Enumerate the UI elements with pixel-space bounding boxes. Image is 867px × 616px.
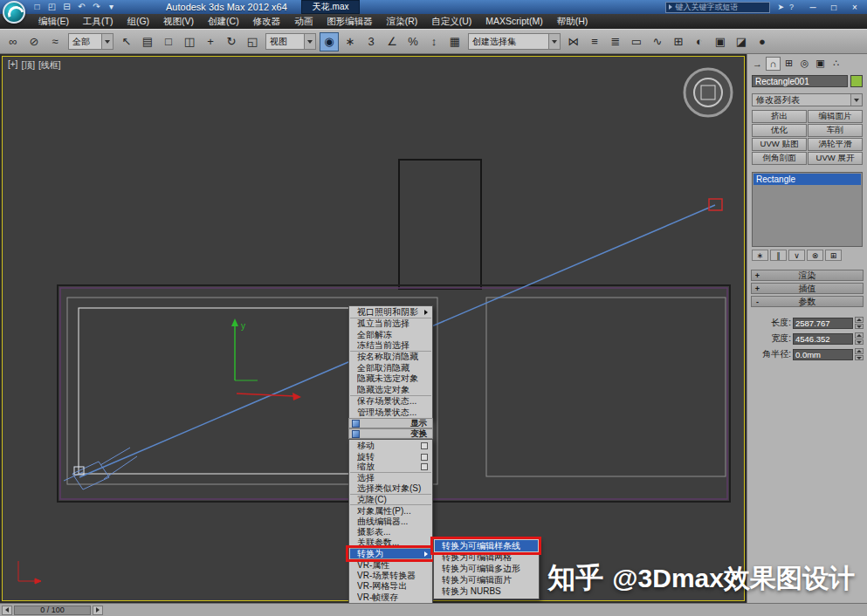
- curve-editor-icon[interactable]: ∿: [648, 32, 667, 51]
- align-icon[interactable]: ≡: [585, 32, 604, 51]
- remove-modifier-icon[interactable]: ⊗: [807, 250, 823, 261]
- angle-snap-icon[interactable]: ∠: [382, 32, 402, 51]
- menu-item[interactable]: 工具(T): [76, 14, 120, 29]
- stack-item[interactable]: Rectangle: [753, 174, 861, 185]
- next-frame-button[interactable]: [93, 606, 103, 615]
- object-color-swatch[interactable]: [850, 75, 863, 87]
- dropdown-arrow-icon[interactable]: [548, 34, 560, 49]
- reference-coordinate-dropdown[interactable]: 视图: [265, 33, 316, 50]
- menu-item[interactable]: 按名称取消隐藏: [350, 352, 431, 363]
- previous-frame-button[interactable]: [2, 606, 12, 615]
- show-end-result-icon[interactable]: ∥: [770, 250, 787, 261]
- material-editor-icon[interactable]: ◐: [690, 32, 709, 51]
- modifier-list-dropdown[interactable]: 修改器列表: [752, 93, 863, 106]
- modifier-button[interactable]: 编辑面片: [808, 110, 863, 123]
- rendered-frame-window-icon[interactable]: ◪: [732, 32, 751, 51]
- graphite-modeling-tools-icon[interactable]: ▭: [627, 32, 646, 51]
- menu-item[interactable]: 孤立当前选择: [350, 318, 431, 330]
- menu-item[interactable]: 图形编辑器: [320, 14, 380, 29]
- menu-item[interactable]: 隐藏选定对象: [350, 385, 431, 396]
- save-file-icon[interactable]: ⊟: [61, 0, 72, 14]
- modifier-stack[interactable]: Rectangle: [752, 172, 863, 247]
- 3dsmax-logo-icon[interactable]: [3, 1, 25, 24]
- new-file-icon[interactable]: □: [31, 0, 43, 14]
- settings-box-icon[interactable]: [421, 454, 428, 461]
- numeric-field[interactable]: 2587.767: [793, 318, 853, 329]
- menu-item[interactable]: 帮助(H): [550, 14, 595, 29]
- pin-stack-icon[interactable]: ∗: [752, 250, 768, 261]
- open-file-icon[interactable]: ◰: [46, 0, 58, 14]
- motion-tab-icon[interactable]: ◎: [797, 57, 812, 71]
- select-and-rotate-icon[interactable]: ↻: [222, 32, 241, 51]
- utilities-tab-icon[interactable]: ∴: [829, 57, 843, 71]
- time-slider[interactable]: 0 / 100: [14, 606, 91, 615]
- select-object-icon[interactable]: ↖: [117, 32, 136, 51]
- select-and-manipulate-icon[interactable]: ∗: [341, 32, 360, 51]
- modifier-button[interactable]: 涡轮平滑: [808, 138, 863, 151]
- modifier-button[interactable]: UVW 贴图: [752, 138, 807, 151]
- spinner-arrows[interactable]: [855, 332, 864, 345]
- create-tab-icon[interactable]: →: [750, 57, 765, 71]
- submenu-item[interactable]: 转换为 NURBS: [435, 586, 538, 598]
- edit-named-selection-sets-icon[interactable]: ▦: [445, 32, 464, 51]
- menu-item[interactable]: VR-帧缓存: [350, 592, 431, 602]
- modifier-button[interactable]: 优化: [752, 124, 807, 137]
- modifier-button[interactable]: 倒角剖面: [752, 152, 807, 165]
- menu-item[interactable]: 编辑(E): [31, 14, 76, 29]
- snap-toggle-3d-icon[interactable]: 3: [361, 32, 381, 51]
- layer-manager-icon[interactable]: ≣: [606, 32, 625, 51]
- menu-item[interactable]: 克隆(C): [350, 495, 431, 505]
- spinner-arrows[interactable]: [855, 317, 864, 329]
- menu-item[interactable]: 组(G): [120, 14, 156, 29]
- viewport-general-menu[interactable]: [+]: [8, 59, 17, 72]
- window-crossing-icon[interactable]: ◫: [180, 32, 199, 51]
- bind-to-space-warp-icon[interactable]: ≈: [45, 32, 65, 51]
- use-pivot-point-center-icon[interactable]: ◉: [320, 32, 339, 51]
- menu-item[interactable]: 全部取消隐藏: [350, 362, 431, 373]
- menu-item[interactable]: 渲染(R): [380, 14, 425, 29]
- menu-item[interactable]: 自定义(U): [424, 14, 478, 29]
- rollout-header[interactable]: + 渲染: [751, 270, 864, 281]
- hierarchy-tab-icon[interactable]: ⊞: [781, 57, 796, 71]
- workspace-dropdown-icon[interactable]: ▾: [106, 0, 117, 14]
- menu-item[interactable]: VR-属性: [350, 559, 431, 570]
- spinner-snap-icon[interactable]: ↕: [424, 32, 444, 51]
- object-name-field[interactable]: Rectangle001: [752, 75, 848, 87]
- menu-item[interactable]: 视口照明和阴影: [350, 307, 431, 318]
- submenu-item[interactable]: 转换为可编辑样条线: [435, 540, 538, 551]
- select-by-name-icon[interactable]: ▤: [138, 32, 157, 51]
- select-and-link-icon[interactable]: ∞: [3, 32, 23, 51]
- quad-header-transform[interactable]: 变换: [348, 428, 433, 439]
- modifier-button[interactable]: UVW 展开: [808, 152, 863, 165]
- quad-header-display[interactable]: 显示: [348, 418, 433, 428]
- settings-box-icon[interactable]: [421, 463, 428, 470]
- configure-modifier-sets-icon[interactable]: ⊞: [825, 250, 842, 261]
- unlink-selection-icon[interactable]: ⊘: [24, 32, 44, 51]
- named-selection-sets-dropdown[interactable]: 创建选择集: [468, 33, 561, 50]
- dropdown-arrow-icon[interactable]: [101, 34, 113, 49]
- rectangular-selection-region-icon[interactable]: □: [159, 32, 178, 51]
- submenu-item[interactable]: 转换为可编辑网格: [435, 551, 538, 563]
- close-button[interactable]: ×: [844, 1, 865, 14]
- menu-item[interactable]: VR-网格导出: [350, 581, 431, 592]
- menu-item[interactable]: 曲线编辑器...: [350, 517, 431, 527]
- menu-item[interactable]: 对象属性(P)...: [350, 505, 431, 516]
- select-and-scale-icon[interactable]: ◱: [243, 32, 262, 51]
- dropdown-arrow-icon[interactable]: [304, 34, 315, 49]
- modify-tab-icon[interactable]: ∩: [766, 57, 781, 71]
- numeric-field[interactable]: 4546.352: [793, 333, 853, 345]
- maximize-button[interactable]: □: [823, 1, 844, 14]
- percent-snap-icon[interactable]: %: [403, 32, 423, 51]
- menu-item[interactable]: MAXScript(M): [478, 14, 549, 29]
- help-icon[interactable]: ?: [789, 3, 794, 11]
- menu-item[interactable]: 缩放: [350, 462, 431, 473]
- menu-item[interactable]: 动画: [287, 14, 320, 29]
- settings-box-icon[interactable]: [421, 442, 428, 449]
- render-production-icon[interactable]: ●: [753, 32, 772, 51]
- make-unique-icon[interactable]: ∨: [788, 250, 805, 261]
- rollout-header[interactable]: + 插值: [751, 283, 864, 294]
- menu-item[interactable]: 冻结当前选择: [350, 340, 431, 352]
- dropdown-arrow-icon[interactable]: [850, 94, 862, 106]
- modifier-button[interactable]: 挤出: [752, 110, 807, 123]
- mirror-icon[interactable]: ⋈: [564, 32, 583, 51]
